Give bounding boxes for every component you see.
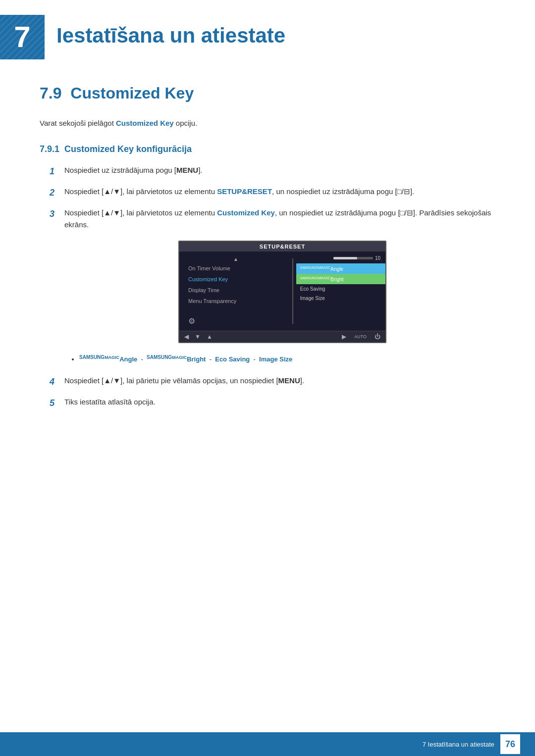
chapter-number: 7 — [14, 22, 30, 52]
osd-volume-row: On Timer Volume — [184, 263, 287, 274]
chapter-title: Iestatīšana un atiestate — [56, 15, 285, 48]
osd-image-size: Image Size — [296, 294, 385, 303]
osd-right-panel: : SAMSUNGMAGICAngle SAMSUNGMAGICBright E… — [293, 256, 385, 326]
osd-enter-icon: ▶ — [342, 333, 346, 340]
steps-list-2: 4 Nospiediet [▲/▼], lai pārietu pie vēla… — [50, 375, 495, 410]
osd-title: SETUP&RESET — [179, 242, 385, 252]
osd-body: ▲ On Timer Volume Customized Key Display… — [179, 252, 385, 331]
step-2: 2 Nospiediet [▲/▼], lai pārvietotos uz e… — [50, 186, 495, 200]
osd-gear-area: ⚙ — [184, 316, 287, 326]
osd-display-time: Display Time — [184, 285, 287, 296]
monitor-screenshot: SETUP&RESET ▲ On Timer Volume Customized… — [69, 241, 495, 343]
content-area: 7.9 Customized Key Varat sekojoši pielāg… — [0, 84, 535, 457]
osd-customized-key: Customized Key — [184, 274, 287, 285]
intro-paragraph: Varat sekojoši pielāgot Customized Key o… — [40, 117, 495, 129]
chapter-number-box: 7 — [0, 15, 45, 59]
osd-volume-bar: 10 — [333, 255, 380, 261]
step-5: 5 Tiks iestatīta atlasītā opcija. — [50, 396, 495, 410]
step-3: 3 Nospiediet [▲/▼], lai pārvietotos uz e… — [50, 207, 495, 231]
chapter-header: 7 Iestatīšana un atiestate — [0, 0, 535, 69]
subsection-title: 7.9.1 Customized Key konfigurācija — [40, 144, 495, 154]
footer-page-number: 76 — [500, 734, 520, 754]
step-4: 4 Nospiediet [▲/▼], lai pārietu pie vēla… — [50, 375, 495, 389]
options-list: SAMSUNGMAGICAngle - SAMSUNGMAGICBright -… — [69, 353, 495, 365]
step-1: 1 Nospiediet uz izstrādājuma pogu [MENU]… — [50, 164, 495, 179]
steps-list: 1 Nospiediet uz izstrādājuma pogu [MENU]… — [50, 164, 495, 231]
osd-menu-transparency: Menu Transparency — [184, 296, 287, 306]
osd-bottom-bar: ◀ ▼ ▲ ▶ AUTO ⏻ — [179, 331, 385, 342]
section-title: 7.9 Customized Key — [40, 84, 495, 102]
osd-down-icon: ▼ — [195, 333, 201, 340]
osd-power-icon: ⏻ — [374, 333, 380, 340]
osd-eco-saving: Eco Saving — [296, 284, 385, 294]
options-item: SAMSUNGMAGICAngle - SAMSUNGMAGICBright -… — [79, 353, 495, 365]
footer-text: 7 Iestatīšana un atiestate — [423, 741, 494, 748]
osd-back-icon: ◀ — [184, 333, 189, 340]
page-footer: 7 Iestatīšana un atiestate 76 — [0, 732, 535, 756]
osd-magic-bright: SAMSUNGMAGICBright — [296, 274, 385, 284]
osd-magic-angle: SAMSUNGMAGICAngle — [296, 263, 385, 274]
osd-screen: SETUP&RESET ▲ On Timer Volume Customized… — [178, 241, 386, 343]
osd-left-panel: ▲ On Timer Volume Customized Key Display… — [179, 256, 292, 326]
osd-up-icon: ▲ — [207, 333, 213, 340]
osd-auto-label: AUTO — [354, 334, 367, 339]
